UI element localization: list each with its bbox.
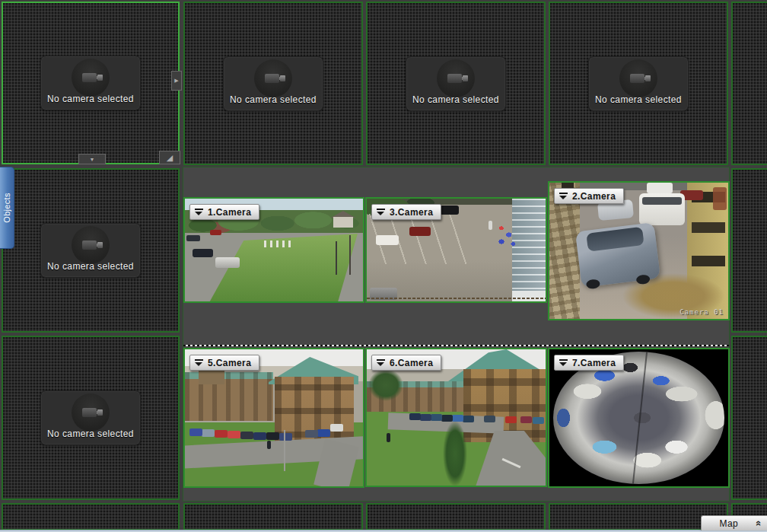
chevron-down-icon <box>559 359 568 366</box>
layout-cell[interactable]: No camera selected <box>183 2 363 165</box>
map-panel-toggle-button[interactable]: Map « <box>701 515 767 530</box>
camera-tile-2[interactable]: Camera 01 2.Camera <box>548 181 730 320</box>
chevron-down-icon <box>194 359 203 366</box>
chevron-down-icon <box>559 193 568 199</box>
expand-down-button[interactable]: ▼ <box>78 154 106 164</box>
layout-cell[interactable] <box>731 2 767 165</box>
layout-cell[interactable] <box>731 168 767 333</box>
camera-label-button[interactable]: 5.Camera <box>189 355 259 371</box>
video-wall: No camera selected No camera selected No… <box>0 0 767 532</box>
right-arrow-icon: ▶ <box>174 78 178 84</box>
camera-label-button[interactable]: 7.Camera <box>554 355 624 371</box>
fisheye-view <box>553 352 724 484</box>
no-camera-placeholder: No camera selected <box>223 56 323 111</box>
camera-label: 5.Camera <box>208 358 251 368</box>
layout-cell-selected[interactable]: No camera selected <box>2 2 180 164</box>
camera-label: 6.Camera <box>390 358 433 368</box>
camera-tile-3[interactable]: 3.Camera <box>365 197 547 303</box>
no-camera-placeholder: No camera selected <box>588 56 689 111</box>
layout-cell[interactable] <box>2 503 180 530</box>
camera-icon-circle <box>254 59 292 97</box>
resize-corner-handle[interactable]: ◢ <box>159 151 180 164</box>
no-camera-text: No camera selected <box>47 261 134 272</box>
camera-icon-circle <box>72 226 110 264</box>
no-camera-text: No camera selected <box>230 94 317 105</box>
resize-diagonal-icon: ◢ <box>167 153 173 163</box>
no-camera-text: No camera selected <box>47 428 134 439</box>
no-camera-text: No camera selected <box>595 94 682 105</box>
no-camera-placeholder: No camera selected <box>40 223 141 278</box>
double-chevron-up-icon: « <box>754 521 764 526</box>
layout-cell[interactable] <box>731 336 767 500</box>
camera-label-button[interactable]: 3.Camera <box>371 204 441 220</box>
camera-icon-circle <box>619 59 657 97</box>
chevron-down-icon <box>194 209 203 215</box>
map-button-label: Map <box>702 518 756 529</box>
camera-icon-circle <box>72 59 110 97</box>
selection-marching-ants <box>183 345 729 346</box>
camera-icon <box>447 74 462 83</box>
no-camera-text: No camera selected <box>412 94 499 105</box>
layout-cell[interactable]: No camera selected <box>2 168 180 333</box>
objects-tab-label: Objects <box>2 193 11 222</box>
camera-label: 2.Camera <box>572 191 616 202</box>
camera-tile-5[interactable]: 5.Camera <box>183 348 364 488</box>
no-camera-text: No camera selected <box>47 94 134 104</box>
camera-icon <box>630 74 644 83</box>
camera-watermark: Camera 01 <box>679 308 724 316</box>
expand-right-button[interactable]: ▶ <box>171 71 182 91</box>
no-camera-placeholder: No camera selected <box>406 56 506 111</box>
camera-icon <box>82 241 97 250</box>
layout-cell[interactable]: No camera selected <box>366 2 546 165</box>
layout-cell[interactable]: No camera selected <box>549 2 728 165</box>
chevron-down-icon <box>376 359 385 366</box>
no-camera-placeholder: No camera selected <box>40 56 141 110</box>
camera-tile-7[interactable]: 7.Camera <box>548 348 730 488</box>
camera-label: 3.Camera <box>390 207 433 218</box>
camera-label: 7.Camera <box>572 358 616 368</box>
camera-tile-1[interactable]: 1.Camera <box>183 197 364 303</box>
camera-icon-circle <box>437 59 475 97</box>
layout-cell[interactable]: No camera selected <box>2 336 180 500</box>
camera-label: 1.Camera <box>208 207 251 218</box>
camera-label-button[interactable]: 6.Camera <box>371 355 441 371</box>
layout-cell[interactable] <box>183 503 363 530</box>
camera-icon <box>82 408 97 417</box>
chevron-down-icon <box>376 209 385 215</box>
down-arrow-icon: ▼ <box>90 157 95 162</box>
camera-icon <box>82 73 97 82</box>
camera-icon-circle <box>72 393 110 432</box>
camera-label-button[interactable]: 1.Camera <box>189 204 259 220</box>
layout-cell[interactable] <box>366 503 546 530</box>
no-camera-placeholder: No camera selected <box>40 390 141 445</box>
camera-tile-6[interactable]: 6.Camera <box>365 348 547 487</box>
camera-icon <box>265 74 279 83</box>
camera-label-button[interactable]: 2.Camera <box>554 188 624 204</box>
objects-panel-tab[interactable]: Objects <box>0 167 14 249</box>
